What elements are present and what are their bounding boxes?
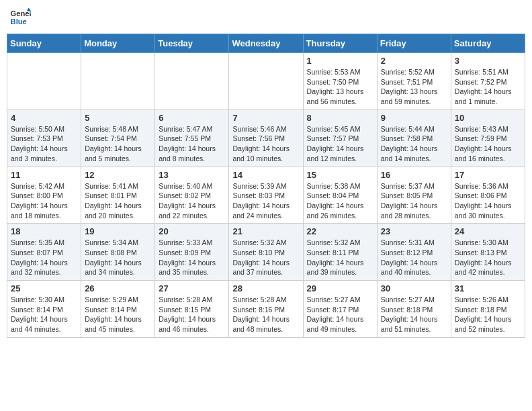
day-info: Sunrise: 5:43 AM Sunset: 7:59 PM Dayligh… [455,124,521,164]
day-cell: 8Sunrise: 5:45 AM Sunset: 7:57 PM Daylig… [303,109,377,167]
day-number: 1 [307,56,373,66]
day-info: Sunrise: 5:42 AM Sunset: 8:00 PM Dayligh… [11,181,77,221]
day-number: 8 [307,113,373,123]
day-info: Sunrise: 5:26 AM Sunset: 8:18 PM Dayligh… [455,295,521,334]
day-number: 30 [381,283,447,293]
day-info: Sunrise: 5:31 AM Sunset: 8:12 PM Dayligh… [381,238,447,277]
week-row-2: 4Sunrise: 5:50 AM Sunset: 7:53 PM Daylig… [7,109,525,167]
day-cell [229,53,303,110]
week-row-3: 11Sunrise: 5:42 AM Sunset: 8:00 PM Dayli… [7,167,525,224]
day-number: 17 [455,170,521,180]
day-header-sunday: Sunday [7,34,81,53]
day-number: 21 [232,226,299,236]
day-cell: 15Sunrise: 5:38 AM Sunset: 8:04 PM Dayli… [303,167,377,224]
week-row-4: 18Sunrise: 5:35 AM Sunset: 8:07 PM Dayli… [7,224,525,281]
day-cell: 5Sunrise: 5:48 AM Sunset: 7:54 PM Daylig… [81,109,155,167]
day-info: Sunrise: 5:39 AM Sunset: 8:03 PM Dayligh… [232,181,299,221]
day-number: 19 [85,226,151,236]
day-cell: 18Sunrise: 5:35 AM Sunset: 8:07 PM Dayli… [7,224,81,281]
day-cell: 24Sunrise: 5:30 AM Sunset: 8:13 PM Dayli… [451,224,525,281]
day-header-thursday: Thursday [303,34,377,53]
day-number: 26 [85,283,151,293]
header: General Blue [7,7,525,28]
day-number: 14 [232,170,299,180]
day-header-tuesday: Tuesday [155,34,229,53]
day-number: 27 [159,283,225,293]
day-cell: 30Sunrise: 5:27 AM Sunset: 8:18 PM Dayli… [377,281,451,338]
day-cell: 22Sunrise: 5:32 AM Sunset: 8:11 PM Dayli… [303,224,377,281]
day-header-wednesday: Wednesday [229,34,303,53]
day-number: 12 [85,170,151,180]
day-cell: 16Sunrise: 5:37 AM Sunset: 8:05 PM Dayli… [377,167,451,224]
day-number: 18 [11,226,77,236]
day-info: Sunrise: 5:50 AM Sunset: 7:53 PM Dayligh… [11,124,77,164]
day-cell: 27Sunrise: 5:28 AM Sunset: 8:15 PM Dayli… [155,281,229,338]
day-cell: 17Sunrise: 5:36 AM Sunset: 8:06 PM Dayli… [451,167,525,224]
day-cell: 28Sunrise: 5:28 AM Sunset: 8:16 PM Dayli… [229,281,303,338]
day-number: 11 [11,170,77,180]
day-info: Sunrise: 5:35 AM Sunset: 8:07 PM Dayligh… [11,238,77,277]
day-cell: 11Sunrise: 5:42 AM Sunset: 8:00 PM Dayli… [7,167,81,224]
day-cell: 10Sunrise: 5:43 AM Sunset: 7:59 PM Dayli… [451,109,525,167]
day-info: Sunrise: 5:38 AM Sunset: 8:04 PM Dayligh… [307,181,373,221]
day-number: 23 [381,226,447,236]
day-cell: 7Sunrise: 5:46 AM Sunset: 7:56 PM Daylig… [229,109,303,167]
day-info: Sunrise: 5:27 AM Sunset: 8:17 PM Dayligh… [307,295,373,334]
day-info: Sunrise: 5:30 AM Sunset: 8:14 PM Dayligh… [11,295,77,334]
day-cell [155,53,229,110]
day-number: 25 [11,283,77,293]
day-info: Sunrise: 5:44 AM Sunset: 7:58 PM Dayligh… [381,124,447,164]
day-number: 4 [11,113,77,123]
day-number: 15 [307,170,373,180]
day-info: Sunrise: 5:45 AM Sunset: 7:57 PM Dayligh… [307,124,373,164]
day-header-saturday: Saturday [451,34,525,53]
day-cell: 1Sunrise: 5:53 AM Sunset: 7:50 PM Daylig… [303,53,377,110]
day-info: Sunrise: 5:32 AM Sunset: 8:10 PM Dayligh… [232,238,299,277]
day-info: Sunrise: 5:28 AM Sunset: 8:15 PM Dayligh… [159,295,225,334]
day-number: 31 [455,283,521,293]
day-cell: 2Sunrise: 5:52 AM Sunset: 7:51 PM Daylig… [377,53,451,110]
day-info: Sunrise: 5:51 AM Sunset: 7:52 PM Dayligh… [455,67,521,107]
day-info: Sunrise: 5:33 AM Sunset: 8:09 PM Dayligh… [159,238,225,277]
day-info: Sunrise: 5:34 AM Sunset: 8:08 PM Dayligh… [85,238,151,277]
week-row-1: 1Sunrise: 5:53 AM Sunset: 7:50 PM Daylig… [7,53,525,110]
day-number: 28 [232,283,299,293]
day-cell: 3Sunrise: 5:51 AM Sunset: 7:52 PM Daylig… [451,53,525,110]
day-info: Sunrise: 5:53 AM Sunset: 7:50 PM Dayligh… [307,67,373,107]
day-cell: 25Sunrise: 5:30 AM Sunset: 8:14 PM Dayli… [7,281,81,338]
calendar: SundayMondayTuesdayWednesdayThursdayFrid… [7,34,525,338]
day-cell: 21Sunrise: 5:32 AM Sunset: 8:10 PM Dayli… [229,224,303,281]
day-number: 7 [232,113,299,123]
day-info: Sunrise: 5:28 AM Sunset: 8:16 PM Dayligh… [232,295,299,334]
day-number: 13 [159,170,225,180]
day-number: 9 [381,113,447,123]
day-cell: 4Sunrise: 5:50 AM Sunset: 7:53 PM Daylig… [7,109,81,167]
day-info: Sunrise: 5:48 AM Sunset: 7:54 PM Dayligh… [85,124,151,164]
day-info: Sunrise: 5:52 AM Sunset: 7:51 PM Dayligh… [381,67,447,107]
day-number: 16 [381,170,447,180]
day-number: 20 [159,226,225,236]
day-info: Sunrise: 5:40 AM Sunset: 8:02 PM Dayligh… [159,181,225,221]
day-info: Sunrise: 5:46 AM Sunset: 7:56 PM Dayligh… [232,124,299,164]
day-cell: 12Sunrise: 5:41 AM Sunset: 8:01 PM Dayli… [81,167,155,224]
day-number: 24 [455,226,521,236]
day-number: 2 [381,56,447,66]
day-info: Sunrise: 5:27 AM Sunset: 8:18 PM Dayligh… [381,295,447,334]
day-cell: 26Sunrise: 5:29 AM Sunset: 8:14 PM Dayli… [81,281,155,338]
day-number: 22 [307,226,373,236]
day-info: Sunrise: 5:47 AM Sunset: 7:55 PM Dayligh… [159,124,225,164]
day-cell [7,53,81,110]
week-row-5: 25Sunrise: 5:30 AM Sunset: 8:14 PM Dayli… [7,281,525,338]
day-number: 5 [85,113,151,123]
day-header-friday: Friday [377,34,451,53]
day-number: 29 [307,283,373,293]
day-cell: 29Sunrise: 5:27 AM Sunset: 8:17 PM Dayli… [303,281,377,338]
day-cell: 23Sunrise: 5:31 AM Sunset: 8:12 PM Dayli… [377,224,451,281]
day-cell [81,53,155,110]
svg-text:Blue: Blue [11,17,27,26]
day-cell: 31Sunrise: 5:26 AM Sunset: 8:18 PM Dayli… [451,281,525,338]
day-info: Sunrise: 5:30 AM Sunset: 8:13 PM Dayligh… [455,238,521,277]
day-cell: 6Sunrise: 5:47 AM Sunset: 7:55 PM Daylig… [155,109,229,167]
day-header-monday: Monday [81,34,155,53]
day-cell: 9Sunrise: 5:44 AM Sunset: 7:58 PM Daylig… [377,109,451,167]
